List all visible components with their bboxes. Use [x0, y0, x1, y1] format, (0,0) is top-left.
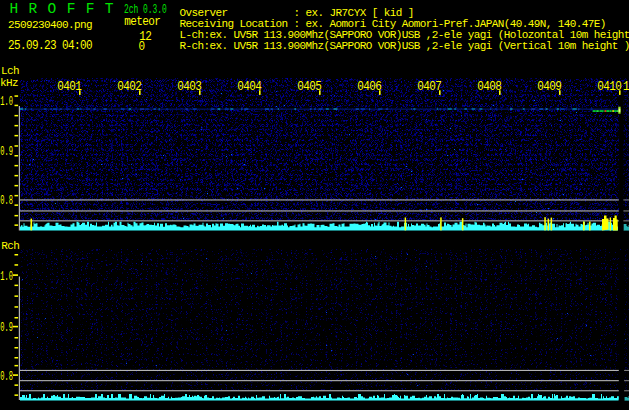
- svg-text:meteor: meteor: [124, 14, 160, 29]
- svg-text:0401: 0401: [57, 79, 81, 94]
- svg-text:0.9: 0.9: [0, 320, 13, 335]
- svg-text:0407: 0407: [417, 79, 441, 94]
- svg-text:0406: 0406: [357, 79, 381, 94]
- svg-text:0405: 0405: [297, 79, 321, 94]
- svg-text:0403: 0403: [177, 79, 201, 94]
- svg-text:R-ch:ex. UV5R 113.900Mhz(SAPPO: R-ch:ex. UV5R 113.900Mhz(SAPPORO VOR)USB…: [180, 40, 629, 52]
- svg-text:H R O F F T: H R O F F T: [10, 1, 114, 17]
- svg-text:Rch: Rch: [1, 240, 19, 252]
- svg-text:2509230400.png: 2509230400.png: [8, 19, 92, 31]
- svg-text:0: 0: [138, 39, 144, 54]
- svg-text:0404: 0404: [237, 79, 261, 94]
- svg-text:1: 1: [623, 79, 629, 94]
- svg-text:Lch: Lch: [1, 65, 19, 77]
- svg-text:1.0: 1.0: [0, 269, 13, 284]
- svg-text:0408: 0408: [477, 79, 501, 94]
- svg-text:0410: 0410: [597, 79, 621, 94]
- svg-text:0409: 0409: [537, 79, 561, 94]
- svg-text:kHz: kHz: [0, 77, 18, 89]
- svg-text:1.0: 1.0: [0, 94, 13, 109]
- svg-text:0402: 0402: [117, 79, 141, 94]
- svg-text:0.9: 0.9: [0, 144, 13, 159]
- svg-text:25.09.23 04:00: 25.09.23 04:00: [8, 39, 92, 54]
- svg-text:0.8: 0.8: [0, 369, 13, 384]
- svg-text:0.8: 0.8: [0, 193, 13, 208]
